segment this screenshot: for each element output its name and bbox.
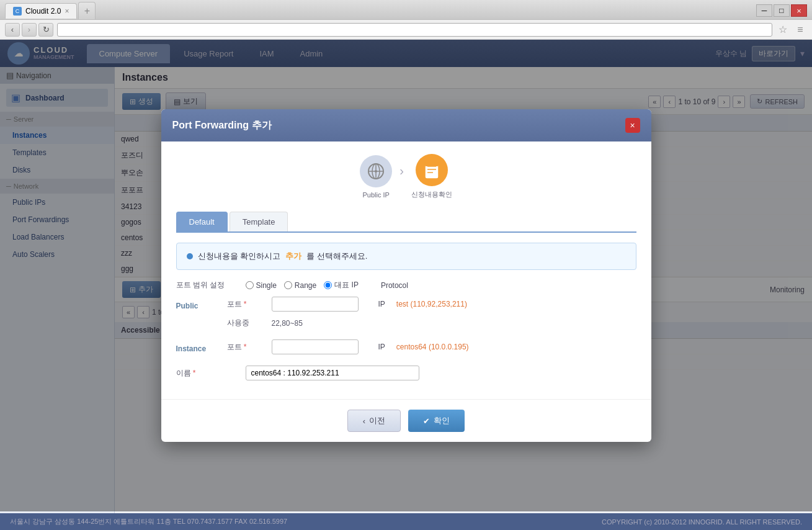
footer-copyright: COPYRIGHT (c) 2010-2012 INNOGRID. ALL RI… (602, 518, 802, 526)
browser-tab[interactable]: C Cloudit 2.0 × (5, 3, 77, 19)
instance-port-row: 포트 * IP centos64 (10.0.0.195) (227, 339, 636, 354)
confirm-icon: ✔ (423, 416, 430, 426)
modal-title: Port Forwarding 추가 (172, 119, 272, 132)
public-port-label: 포트 * (227, 299, 264, 310)
usage-label: 사용중 (227, 318, 264, 328)
step-confirm-icon (416, 154, 448, 186)
required-star-2: * (244, 343, 247, 351)
close-button[interactable]: × (791, 4, 807, 17)
usage-row: 사용중 22,80~85 (227, 318, 636, 328)
prev-button[interactable]: ‹ 이전 (347, 410, 401, 432)
modal-close-button[interactable]: × (625, 118, 640, 133)
instance-port-input[interactable] (272, 339, 359, 354)
maximize-button[interactable]: □ (774, 4, 790, 17)
steps-row: Public IP › 신청내용확인 (176, 154, 636, 199)
info-text-pre: 신청내용을 확인하시고 (198, 251, 281, 262)
info-text-post: 를 선택해주세요. (306, 251, 367, 262)
window-controls: ─ □ × (756, 4, 807, 19)
minimize-button[interactable]: ─ (756, 4, 772, 17)
tab-template[interactable]: Template (230, 212, 288, 231)
nav-buttons: ‹ › ↻ (5, 23, 53, 37)
footer-address: 서울시 강남구 삼성동 144-25번지 에틀트리타워 11층 TEL 070.… (10, 517, 287, 526)
instance-label: Instance (176, 339, 220, 353)
browser-titlebar: C Cloudit 2.0 × + ─ □ × (0, 0, 812, 20)
info-dot-icon (187, 253, 193, 259)
instance-ip-label: IP (378, 343, 385, 351)
port-range-row: 포트 범위 설정 Single Range 대표 IP Proto (176, 280, 636, 290)
modal: Port Forwarding 추가 × P (161, 109, 651, 442)
public-port-input[interactable] (272, 297, 359, 312)
info-box: 신청내용을 확인하시고 추가 를 선택해주세요. (176, 243, 636, 270)
menu-icon[interactable]: ≡ (793, 23, 807, 37)
step-confirm: 신청내용확인 (411, 154, 452, 199)
back-button[interactable]: ‹ (5, 23, 20, 37)
public-ip-value: test (110,92,253,211) (396, 300, 467, 308)
app-footer: 서울시 강남구 삼성동 144-25번지 에틀트리타워 11층 TEL 070.… (0, 513, 812, 530)
public-port-row: 포트 * IP test (110,92,253,211) (227, 297, 636, 312)
modal-overlay: Port Forwarding 추가 × P (0, 40, 812, 511)
confirm-button[interactable]: ✔ 확인 (408, 410, 465, 432)
required-star-3: * (193, 369, 196, 377)
reload-button[interactable]: ↻ (38, 23, 53, 37)
prev-icon: ‹ (363, 416, 365, 426)
tab-default[interactable]: Default (176, 212, 228, 231)
favicon-icon: C (13, 7, 22, 16)
instance-ip-value: centos64 (10.0.0.195) (396, 343, 469, 351)
info-text-highlight: 추가 (285, 251, 301, 262)
name-label: 이름 * (176, 368, 238, 379)
new-tab-button[interactable]: + (78, 2, 96, 19)
tab-close-icon[interactable]: × (65, 7, 69, 16)
step-public-ip-label: Public IP (362, 191, 389, 199)
modal-footer: ‹ 이전 ✔ 확인 (161, 399, 651, 442)
bookmark-icon[interactable]: ☆ (776, 23, 790, 37)
step-arrow: › (399, 164, 404, 189)
step-public-ip-icon (360, 155, 392, 187)
modal-header: Port Forwarding 추가 × (161, 109, 651, 141)
protocol-label: Protocol (381, 281, 408, 290)
name-row: 이름 * (176, 366, 636, 380)
radio-single[interactable]: Single (246, 281, 277, 290)
public-ip-label: IP (378, 300, 385, 308)
address-bar: ‹ › ↻ 110.92.253.203 ☆ ≡ (0, 20, 812, 40)
name-input[interactable] (246, 366, 419, 380)
radio-representative-ip[interactable]: 대표 IP (324, 280, 359, 290)
address-input[interactable]: 110.92.253.203 (57, 23, 772, 37)
port-range-label: 포트 범위 설정 (176, 280, 238, 290)
required-star-1: * (244, 300, 247, 308)
modal-body: Public IP › 신청내용확인 (161, 141, 651, 399)
public-label: Public (176, 297, 220, 310)
svg-rect-9 (425, 163, 439, 166)
radio-group: Single Range 대표 IP (246, 280, 359, 290)
instance-section-row: Instance 포트 * IP centos64 (10.0.0.195) (176, 339, 636, 361)
instance-port-label: 포트 * (227, 342, 264, 353)
public-section-row: Public 포트 * IP test (110,92,253,211) 사용중… (176, 297, 636, 335)
step-public-ip: Public IP (360, 155, 392, 199)
instance-fields: 포트 * IP centos64 (10.0.0.195) (227, 339, 636, 361)
forward-button[interactable]: › (22, 23, 37, 37)
modal-tabs: Default Template (176, 212, 636, 233)
radio-range[interactable]: Range (284, 281, 316, 290)
public-fields: 포트 * IP test (110,92,253,211) 사용중 22,80~… (227, 297, 636, 335)
usage-value: 22,80~85 (272, 319, 303, 328)
tab-title: Cloudit 2.0 (25, 7, 61, 16)
step-confirm-label: 신청내용확인 (411, 190, 452, 199)
